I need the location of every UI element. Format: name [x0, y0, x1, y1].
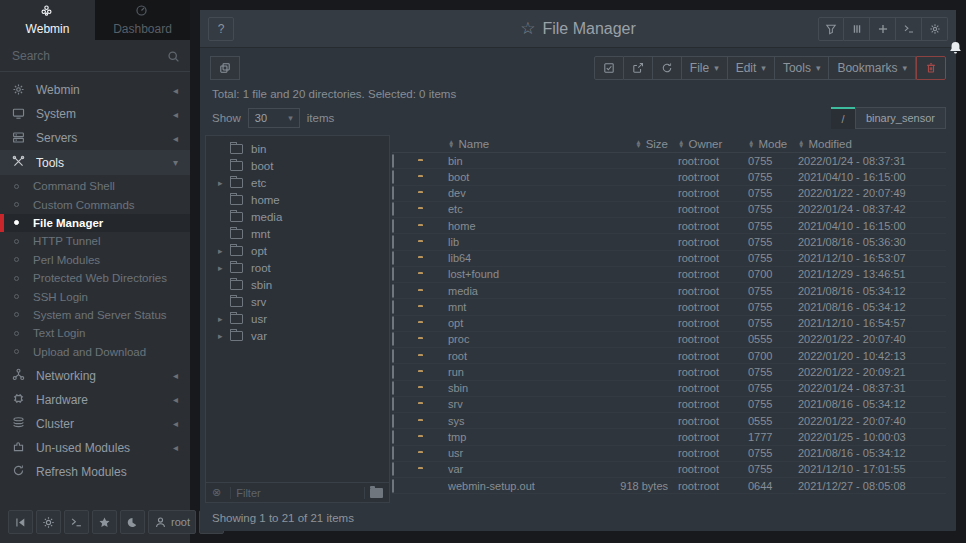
table-row-home[interactable]: homeroot:root07552021/04/10 - 16:15:00 — [392, 218, 946, 234]
column-header-size[interactable]: ▲▼Size — [582, 138, 678, 150]
table-row-run[interactable]: runroot:root07552022/01/22 - 20:09:21 — [392, 364, 946, 380]
sidebar-item-system-and-server-status[interactable]: System and Server Status — [0, 306, 190, 324]
notification-bell-icon[interactable] — [948, 40, 963, 56]
gear-button[interactable] — [922, 17, 948, 41]
row-name[interactable]: home — [448, 220, 582, 232]
filter-button[interactable] — [818, 17, 844, 41]
menu-tools[interactable]: Tools▾ — [775, 56, 830, 80]
row-checkbox[interactable] — [392, 251, 394, 265]
tree-item-srv[interactable]: srv — [206, 293, 389, 310]
table-row-lost+found[interactable]: lost+foundroot:root07002021/12/29 - 13:4… — [392, 267, 946, 283]
row-name[interactable]: srv — [448, 398, 582, 410]
menu-bookmarks[interactable]: Bookmarks▾ — [829, 56, 916, 80]
language-pie-button[interactable] — [120, 510, 145, 534]
row-name[interactable]: sys — [448, 415, 582, 427]
column-header-name[interactable]: ▲▼Name — [448, 138, 582, 150]
row-name[interactable]: run — [448, 366, 582, 378]
chevron-right-icon[interactable]: ▸ — [218, 314, 230, 324]
row-checkbox[interactable] — [392, 202, 394, 216]
tree-item-mnt[interactable]: mnt — [206, 225, 389, 242]
tree-item-sbin[interactable]: sbin — [206, 276, 389, 293]
row-checkbox[interactable] — [392, 154, 394, 168]
tree-item-bin[interactable]: bin — [206, 140, 389, 157]
row-checkbox[interactable] — [392, 300, 394, 314]
table-row-media[interactable]: mediaroot:root07552021/08/16 - 05:34:12 — [392, 283, 946, 299]
row-checkbox[interactable] — [392, 316, 394, 330]
column-header-mode[interactable]: ▲▼Mode — [748, 138, 798, 150]
trash-button[interactable] — [916, 56, 946, 80]
chevron-right-icon[interactable]: ▸ — [218, 263, 230, 273]
help-button[interactable]: ? — [208, 17, 234, 41]
column-header-owner[interactable]: ▲▼Owner — [678, 138, 748, 150]
menu-edit[interactable]: Edit▾ — [728, 56, 775, 80]
row-name[interactable]: var — [448, 463, 582, 475]
sidebar-item-networking[interactable]: Networking◂ — [0, 364, 190, 388]
sidebar-item-protected-web-directories[interactable]: Protected Web Directories — [0, 269, 190, 287]
star-outline-icon[interactable]: ☆ — [520, 18, 535, 39]
row-checkbox[interactable] — [392, 235, 394, 249]
search-icon[interactable] — [167, 50, 180, 63]
sidebar-item-servers[interactable]: Servers◂ — [0, 126, 190, 150]
row-name[interactable]: etc — [448, 203, 582, 215]
tab-dashboard[interactable]: Dashboard — [95, 0, 190, 40]
columns-button[interactable] — [844, 17, 870, 41]
user-button[interactable]: root — [148, 510, 196, 534]
row-name[interactable]: proc — [448, 333, 582, 345]
search-input[interactable] — [12, 49, 167, 63]
row-name[interactable]: root — [448, 350, 582, 362]
tree-item-boot[interactable]: boot — [206, 157, 389, 174]
theme-sun-button[interactable] — [36, 510, 61, 534]
tree-item-var[interactable]: ▸var — [206, 327, 389, 344]
table-row-opt[interactable]: optroot:root07552021/12/10 - 16:54:57 — [392, 316, 946, 332]
sidebar-item-http-tunnel[interactable]: HTTP Tunnel — [0, 232, 190, 250]
terminal-button[interactable] — [896, 17, 922, 41]
table-row-webmin-setup.out[interactable]: webmin-setup.out918 bytesroot:root064420… — [392, 478, 946, 494]
row-checkbox[interactable] — [392, 479, 394, 493]
sidebar-item-system[interactable]: System◂ — [0, 102, 190, 126]
row-name[interactable]: lib — [448, 236, 582, 248]
row-checkbox[interactable] — [392, 349, 394, 363]
row-name[interactable]: dev — [448, 187, 582, 199]
row-name[interactable]: webmin-setup.out — [448, 480, 582, 492]
chevron-right-icon[interactable]: ▸ — [218, 178, 230, 188]
menu-file[interactable]: File▾ — [682, 56, 728, 80]
table-row-mnt[interactable]: mntroot:root07552021/08/16 - 05:34:12 — [392, 299, 946, 315]
table-row-lib[interactable]: libroot:root07552021/08/16 - 05:36:30 — [392, 234, 946, 250]
x-circle-icon[interactable]: ⊗ — [212, 486, 221, 499]
sidebar-item-un-used-modules[interactable]: Un-used Modules◂ — [0, 436, 190, 460]
tree-item-home[interactable]: home — [206, 191, 389, 208]
row-name[interactable]: lost+found — [448, 268, 582, 280]
favorites-star-button[interactable] — [92, 510, 117, 534]
sort-icon[interactable]: ▲▼ — [678, 140, 684, 148]
row-checkbox[interactable] — [392, 365, 394, 379]
table-row-dev[interactable]: devroot:root07552022/01/22 - 20:07:49 — [392, 186, 946, 202]
row-checkbox[interactable] — [392, 170, 394, 184]
sidebar-item-cluster[interactable]: Cluster◂ — [0, 412, 190, 436]
select-all-button[interactable] — [594, 56, 624, 80]
table-row-sys[interactable]: sysroot:root05552022/01/22 - 20:07:40 — [392, 413, 946, 429]
sort-icon[interactable]: ▲▼ — [635, 140, 641, 148]
plus-button[interactable] — [870, 17, 896, 41]
sidebar-item-command-shell[interactable]: Command Shell — [0, 177, 190, 195]
tree-item-etc[interactable]: ▸etc — [206, 174, 389, 191]
page-size-select[interactable]: 30 ▾ — [248, 108, 300, 128]
share-button[interactable] — [624, 56, 653, 80]
table-row-bin[interactable]: binroot:root07552022/01/24 - 08:37:31 — [392, 153, 946, 169]
row-name[interactable]: lib64 — [448, 252, 582, 264]
row-name[interactable]: sbin — [448, 382, 582, 394]
row-checkbox[interactable] — [392, 462, 394, 476]
table-row-etc[interactable]: etcroot:root07552022/01/24 - 08:37:42 — [392, 202, 946, 218]
tree-item-media[interactable]: media — [206, 208, 389, 225]
tab-webmin[interactable]: Webmin — [0, 0, 95, 40]
refresh-button[interactable] — [653, 56, 682, 80]
breadcrumb-root[interactable]: / — [831, 107, 855, 129]
table-row-root[interactable]: rootroot:root07002022/01/20 - 10:42:13 — [392, 348, 946, 364]
row-name[interactable]: usr — [448, 447, 582, 459]
sort-icon[interactable]: ▲▼ — [798, 140, 804, 148]
row-name[interactable]: boot — [448, 171, 582, 183]
sidebar-item-hardware[interactable]: Hardware◂ — [0, 388, 190, 412]
sort-icon[interactable]: ▲▼ — [748, 140, 754, 148]
sidebar-item-tools[interactable]: Tools▾ — [0, 150, 190, 175]
table-row-var[interactable]: varroot:root07552021/12/10 - 17:01:55 — [392, 462, 946, 478]
row-checkbox[interactable] — [392, 332, 394, 346]
